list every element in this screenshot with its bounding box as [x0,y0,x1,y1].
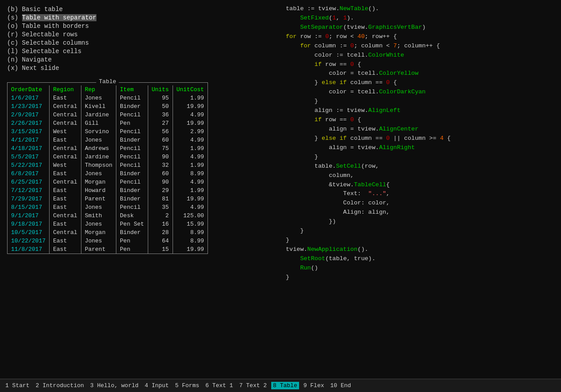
tab-8-table[interactable]: 8 Table [271,382,299,389]
tab-6-text1[interactable]: 6 Text 1 [204,382,234,389]
tab-10-end[interactable]: 10 End [329,382,353,389]
table-row: 5/5/2017CentralJardinePencil904.99 [8,153,207,161]
table-row: 9/18/2017EastJonesPen Set1615.99 [8,220,207,228]
code-line-13: if row == 0 { [286,115,554,125]
code-line-23: Align: align, [286,208,554,217]
code-line-10: color = tcell.ColorDarkCyan [286,88,554,97]
code-line-2: SetFixed(1, 1). [286,14,554,23]
code-line-9: } else if column == 0 { [286,78,554,88]
table-row: 7/29/2017EastParentBinder8119.99 [8,195,207,203]
tab-7-text2[interactable]: 7 Text 2 [238,382,269,389]
table-row: 4/1/2017EastJonesBinder604.99 [8,136,207,144]
code-line-25: } [286,227,554,236]
tab-2-introduction[interactable]: 2 Introduction [34,382,86,389]
menu-item-selectable-columns[interactable]: (c) Selectable columns [7,39,272,46]
code-line-21: Text: "...", [286,189,554,199]
code-line-4: for row := 0; row < 40; row++ { [286,32,554,42]
code-line-20: &tview.TableCell{ [286,181,554,190]
code-line-14: align = tview.AlignCenter [286,125,554,134]
menu-item-selectable-rows[interactable]: (r) Selectable rows [7,31,272,38]
code-line-19: column, [286,171,554,181]
menu-item-separator[interactable]: (s) Table with separator [7,14,272,21]
col-header-rep: Rep [81,85,116,94]
tab-bar: 1 Start 2 Introduction 3 Hello, world 4 … [0,379,561,392]
code-line-3: SetSeparator(tview.GraphicsVertBar) [286,23,554,32]
code-line-17: } [286,153,554,162]
code-line-1: table := tview.NewTable(). [286,4,554,14]
right-panel: table := tview.NewTable(). SetFixed(1, 1… [279,0,561,379]
code-line-30: } [286,273,554,282]
table-row: 11/8/2017EastParentPen1519.99 [8,245,207,254]
table-row: 6/8/2017EastJonesBinder608.99 [8,169,207,178]
table-row: 1/6/2017EastJonesPencil951.99 [8,94,207,102]
tab-1-start[interactable]: 1 Start [4,382,31,389]
table-row: 1/23/2017CentralKivellBinder5019.99 [8,102,207,111]
code-line-18: table.SetCell(row, [286,162,554,171]
code-line-11: } [286,97,554,106]
tab-3-hello-world[interactable]: 3 Hello, world [88,382,140,389]
table-row: 10/22/2017EastJonesPen648.99 [8,237,207,245]
code-line-5: for column := 0; column < 7; column++ { [286,42,554,51]
col-header-orderdate: OrderDate [8,85,50,94]
col-header-units: Units [148,85,173,94]
tab-9-flex[interactable]: 9 Flex [302,382,326,389]
code-line-6: color := tcell.ColorWhite [286,51,554,60]
table-title: Table [96,78,119,85]
table-row: 5/22/2017WestThompsonPencil321.99 [8,161,207,169]
table-wrapper: Table OrderDate Region Rep Item Units Un… [7,82,208,254]
menu-item-navigate[interactable]: (n) Navigate [7,56,272,63]
code-line-8: color = tcell.ColorYellow [286,69,554,78]
menu-item-basic-table[interactable]: (b) Basic table [7,6,272,13]
table-row: 2/26/2017CentralGillPen2719.99 [8,119,207,127]
tab-5-forms[interactable]: 5 Forms [173,382,201,389]
code-line-16: align = tview.AlignRight [286,143,554,153]
col-header-unitcost: UnitCost [173,85,207,94]
code-line-26: } [286,236,554,245]
table-row: 10/5/2017CentralMorganBinder288.99 [8,228,207,237]
code-line-28: SetRoot(table, true). [286,254,554,264]
tab-4-input[interactable]: 4 Input [143,382,171,389]
table-row: 6/25/2017CentralMorganPencil904.99 [8,178,207,186]
left-panel: (b) Basic table (s) Table with separator… [0,0,279,379]
data-table: OrderDate Region Rep Item Units UnitCost… [8,85,207,254]
table-row: 4/18/2017CentralAndrewsPencil751.99 [8,144,207,153]
code-line-24: }) [286,217,554,227]
code-line-12: align := tview.AlignLeft [286,106,554,115]
table-row: 8/15/2017EastJonesPencil354.99 [8,203,207,211]
col-header-region: Region [50,85,81,94]
menu-item-next-slide[interactable]: (x) Next slide [7,65,272,72]
code-line-7: if row == 0 { [286,60,554,69]
menu-item-selectable-cells[interactable]: (l) Selectable cells [7,48,272,55]
table-row: 2/9/2017CentralJardinePencil364.99 [8,111,207,119]
table-row: 7/12/2017EastHowardBinder291.99 [8,186,207,195]
code-line-22: Color: color, [286,199,554,208]
col-header-item: Item [116,85,148,94]
table-row: 9/1/2017CentralSmithDesk2125.00 [8,211,207,220]
code-line-15: } else if column == 0 || column >= 4 { [286,134,554,143]
code-line-29: Run() [286,264,554,273]
code-line-27: tview.NewApplication(). [286,245,554,254]
menu-item-borders[interactable]: (o) Table with borders [7,23,272,30]
main-content: (b) Basic table (s) Table with separator… [0,0,561,379]
menu-list: (b) Basic table (s) Table with separator… [7,6,272,72]
table-row: 3/15/2017WestSorvinoPencil562.99 [8,127,207,136]
